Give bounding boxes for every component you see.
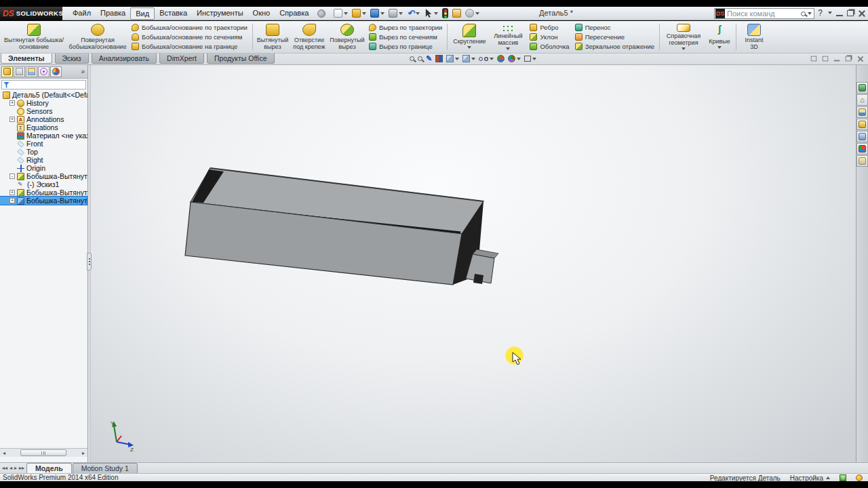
tree-horizontal-scrollbar[interactable]: ◂ ▸ — [0, 448, 87, 457]
pin-menu-icon[interactable] — [317, 9, 326, 18]
design-library-tab[interactable] — [856, 106, 868, 118]
tree-filter-bar[interactable] — [1, 80, 86, 89]
panel-more-chevron[interactable]: » — [81, 68, 86, 75]
tab-office-products[interactable]: Продукты Office — [207, 54, 275, 64]
fillet-button[interactable]: Скругление — [450, 22, 489, 52]
close-button[interactable] — [858, 9, 865, 17]
file-explorer-tab[interactable] — [856, 119, 868, 130]
options-button[interactable] — [464, 8, 481, 19]
appearances-tab[interactable] — [856, 143, 868, 155]
display-manager-tab[interactable] — [50, 66, 62, 77]
configuration-manager-tab[interactable] — [26, 66, 37, 77]
swept-boss-button[interactable]: Бобышка/основание по траектории — [132, 23, 248, 32]
collapse-icon[interactable] — [9, 174, 15, 179]
tree-item-boss-extrude2[interactable]: Бобышка-Вытянуть2 — [0, 188, 87, 197]
chevron-down-icon[interactable] — [380, 12, 384, 15]
edit-appearance-icon[interactable] — [497, 55, 505, 62]
view-palette-tab[interactable] — [856, 131, 868, 142]
wrap-button[interactable]: Перенос — [575, 23, 654, 32]
chevron-down-icon[interactable] — [717, 46, 722, 49]
rebuild-button[interactable] — [441, 8, 450, 19]
chevron-down-icon[interactable] — [467, 46, 471, 49]
help-button[interactable]: ? — [818, 8, 823, 18]
command-search-box[interactable]: DS Поиск команд — [714, 8, 814, 19]
restore-button[interactable] — [847, 10, 854, 16]
previous-view-icon[interactable]: ✎ — [426, 54, 432, 63]
tree-item-annotations[interactable]: A Annotations — [0, 115, 87, 123]
search-dropdown-icon[interactable] — [808, 12, 812, 15]
tab-nav-buttons[interactable]: ◂◂ ◂ ▸ ▸▸ — [0, 463, 26, 473]
custom-properties-tab[interactable] — [856, 155, 868, 167]
zoom-to-fit-icon[interactable] — [410, 56, 414, 61]
hide-show-items-icon[interactable] — [479, 57, 494, 61]
panel-collapse-handle[interactable] — [87, 253, 92, 270]
chevron-down-icon[interactable] — [362, 12, 366, 15]
menu-insert[interactable]: Вставка — [155, 7, 192, 20]
expand-icon[interactable] — [9, 198, 15, 203]
quick-tip-icon[interactable] — [856, 474, 863, 481]
tree-root-part[interactable]: Деталь5 (Default<<Default>_Ph — [0, 91, 87, 99]
swept-cut-button[interactable]: Вырез по траектории — [369, 23, 442, 32]
chevron-down-icon[interactable] — [434, 12, 438, 15]
linear-pattern-button[interactable]: Линейный массив — [489, 22, 527, 52]
menu-help[interactable]: Справка — [275, 7, 313, 20]
revolved-cut-button[interactable]: Повернутый вырез — [328, 22, 366, 52]
part-model[interactable] — [91, 65, 856, 462]
extruded-boss-button[interactable]: Вытянутая бобышка/основание — [1, 22, 66, 52]
search-input[interactable]: Поиск команд — [727, 9, 801, 18]
display-style-icon[interactable] — [462, 55, 475, 62]
scroll-right-icon[interactable]: ▸ — [79, 449, 87, 457]
minimize-button[interactable] — [836, 10, 843, 16]
menu-window[interactable]: Окно — [248, 7, 275, 20]
tags-icon[interactable]: ? — [840, 474, 846, 481]
mirror-button[interactable]: Зеркальное отражение — [575, 42, 654, 51]
expand-icon[interactable] — [9, 117, 15, 122]
graphics-viewport[interactable]: Y Z — [91, 65, 856, 462]
menu-view[interactable]: Вид — [130, 7, 155, 20]
last-tab-icon[interactable]: ▸▸ — [19, 465, 24, 471]
boundary-boss-button[interactable]: Бобышка/основание на границе — [132, 42, 248, 51]
chevron-down-icon[interactable] — [455, 58, 459, 60]
rib-button[interactable]: Ребро — [530, 23, 569, 32]
chevron-down-icon[interactable] — [517, 58, 521, 60]
tree-item-equations[interactable]: Σ Equations — [0, 123, 87, 131]
lofted-boss-button[interactable]: Бобышка/основание по сечениям — [132, 33, 248, 41]
apply-scene-icon[interactable] — [508, 55, 521, 62]
tab-dimxpert[interactable]: DimXpert — [159, 54, 204, 64]
save-button[interactable] — [369, 8, 386, 19]
dimxpert-manager-tab[interactable] — [38, 66, 50, 77]
section-view-icon[interactable] — [435, 55, 443, 62]
menu-tools[interactable]: Инструменты — [192, 7, 248, 20]
tree-item-sensors[interactable]: Sensors — [0, 107, 87, 115]
file-properties-button[interactable] — [451, 8, 462, 19]
chevron-down-icon[interactable] — [506, 47, 510, 50]
doc-minimize-button[interactable] — [834, 56, 840, 62]
next-tab-icon[interactable]: ▸ — [14, 465, 17, 471]
configuration-selector[interactable]: Настройка — [790, 474, 830, 482]
solidworks-resources-tab[interactable] — [856, 82, 868, 94]
prev-tab-icon[interactable]: ◂ — [9, 465, 12, 471]
open-button[interactable] — [351, 8, 368, 19]
tree-item-front-plane[interactable]: Front — [0, 140, 87, 148]
reference-geometry-button[interactable]: Справочная геометрия — [662, 22, 705, 52]
tree-item-boss-extrude1[interactable]: Бобышка-Вытянуть1 — [0, 172, 87, 180]
select-button[interactable] — [422, 8, 439, 19]
zoom-to-area-icon[interactable] — [418, 56, 422, 61]
tree-item-history[interactable]: History — [0, 99, 87, 107]
scroll-left-icon[interactable]: ◂ — [0, 449, 8, 457]
scrollbar-thumb[interactable] — [20, 449, 66, 456]
menu-edit[interactable]: Правка — [96, 7, 130, 20]
chevron-down-icon[interactable] — [399, 12, 403, 15]
tree-item-top-plane[interactable]: Top — [0, 148, 87, 156]
lofted-cut-button[interactable]: Вырез по сечениям — [369, 33, 442, 41]
undo-button[interactable]: ↶ — [406, 8, 421, 19]
intersect-button[interactable]: Пересечение — [575, 33, 654, 41]
first-tab-icon[interactable]: ◂◂ — [2, 465, 7, 471]
cascade-window-icon[interactable] — [811, 56, 817, 62]
tile-window-icon[interactable] — [823, 56, 829, 62]
search-icon[interactable] — [801, 12, 806, 16]
tree-item-right-plane[interactable]: Right — [0, 156, 87, 164]
doc-restore-button[interactable] — [846, 56, 852, 62]
motion-study-tab[interactable]: Motion Study 1 — [73, 463, 138, 473]
help-dropdown-icon[interactable] — [828, 12, 832, 14]
